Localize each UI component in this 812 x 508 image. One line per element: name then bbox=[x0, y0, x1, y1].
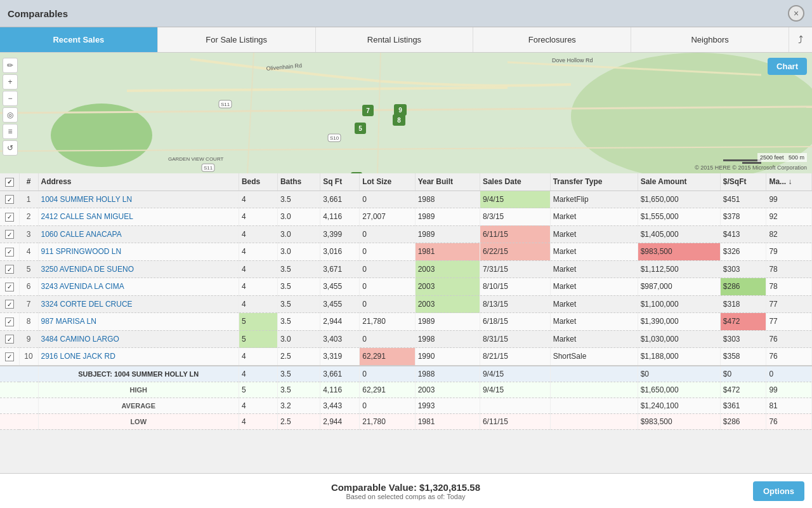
chart-button[interactable]: Chart bbox=[768, 58, 807, 75]
row-lotsize: 0 bbox=[360, 190, 415, 208]
row-checkbox[interactable] bbox=[0, 190, 19, 208]
map-marker-8[interactable]: 8 bbox=[393, 114, 405, 126]
svg-text:S10: S10 bbox=[330, 135, 339, 141]
map-container: S11 S11 S10 Olivenhain Rd Dove Hollow Rd… bbox=[0, 53, 812, 173]
summary-row-average: AVERAGE 4 3.2 3,443 0 1993 $1,240,100 $3… bbox=[0, 398, 812, 413]
row-cb-10[interactable] bbox=[5, 352, 14, 361]
row-checkbox[interactable] bbox=[0, 295, 19, 313]
row-checkbox[interactable] bbox=[0, 225, 19, 243]
row-salesdate: 6/18/15 bbox=[480, 313, 550, 331]
row-salesdate: 6/11/15 bbox=[480, 225, 550, 243]
svg-text:S11: S11 bbox=[221, 102, 230, 107]
tab-for-sale[interactable]: For Sale Listings bbox=[158, 27, 316, 52]
row-address[interactable]: 987 MARISA LN bbox=[38, 313, 239, 331]
row-checkbox[interactable] bbox=[0, 243, 19, 261]
row-yearbuilt: 1990 bbox=[415, 348, 480, 366]
row-beds: 4 bbox=[239, 243, 277, 261]
map-tool-globe[interactable]: ◎ bbox=[3, 107, 18, 123]
row-cb-1[interactable] bbox=[5, 195, 14, 204]
row-cb-2[interactable] bbox=[5, 213, 14, 222]
row-cb-7[interactable] bbox=[5, 300, 14, 309]
row-address[interactable]: 2916 LONE JACK RD bbox=[38, 348, 239, 366]
row-checkbox[interactable] bbox=[0, 278, 19, 296]
table-row: 7 3324 CORTE DEL CRUCE 4 3.5 3,455 0 200… bbox=[0, 295, 812, 313]
tab-neighbors[interactable]: Neighbors bbox=[631, 27, 789, 52]
row-salesdate: 8/13/15 bbox=[480, 295, 550, 313]
header-sqft: Sq Ft bbox=[320, 173, 360, 190]
close-button[interactable]: × bbox=[788, 5, 804, 22]
map-tool-reset[interactable]: ↺ bbox=[3, 140, 18, 156]
row-match: 79 bbox=[766, 243, 812, 261]
row-lotsize: 0 bbox=[360, 243, 415, 261]
title-bar: Comparables × bbox=[0, 0, 812, 27]
row-address[interactable]: 1004 SUMMER HOLLY LN bbox=[38, 190, 239, 208]
row-lotsize: 0 bbox=[360, 295, 415, 313]
row-lotsize: 0 bbox=[360, 225, 415, 243]
footer-based-on: Based on selected comps as of: Today bbox=[58, 493, 753, 500]
share-button[interactable]: ⤴ bbox=[789, 28, 812, 52]
header-lotsize: Lot Size bbox=[360, 173, 415, 190]
row-cb-9[interactable] bbox=[5, 335, 14, 344]
map-tool-layers[interactable]: ≡ bbox=[3, 124, 18, 139]
table-row: 5 3250 AVENIDA DE SUENO 4 3.5 3,671 0 20… bbox=[0, 260, 812, 278]
row-checkbox[interactable] bbox=[0, 313, 19, 331]
row-cb-3[interactable] bbox=[5, 230, 14, 239]
options-button[interactable]: Options bbox=[753, 481, 804, 501]
select-all-checkbox[interactable] bbox=[5, 178, 14, 187]
row-address[interactable]: 1060 CALLE ANACAPA bbox=[38, 225, 239, 243]
row-baths: 3.5 bbox=[277, 190, 320, 208]
row-cb-6[interactable] bbox=[5, 283, 14, 291]
row-saleamount: $983,500 bbox=[638, 243, 720, 261]
row-num: 9 bbox=[19, 330, 38, 348]
row-salesdate: 7/31/15 bbox=[480, 260, 550, 278]
table-row: 4 911 SPRINGWOOD LN 4 3.0 3,016 0 1981 6… bbox=[0, 243, 812, 261]
map-tool-zoom-out[interactable]: − bbox=[3, 91, 18, 106]
row-cb-4[interactable] bbox=[5, 248, 14, 257]
page-title: Comparables bbox=[8, 8, 68, 19]
row-num: 7 bbox=[19, 295, 38, 313]
row-num: 2 bbox=[19, 208, 38, 226]
row-checkbox[interactable] bbox=[0, 208, 19, 226]
row-address[interactable]: 911 SPRINGWOOD LN bbox=[38, 243, 239, 261]
comparable-value: Comparable Value: $1,320,815.58 bbox=[58, 482, 753, 493]
svg-rect-17 bbox=[723, 159, 761, 161]
summary-subject-label bbox=[0, 366, 38, 382]
map-tool-pencil[interactable]: ✏ bbox=[3, 58, 18, 73]
header-match[interactable]: Ma... ↓ bbox=[766, 173, 812, 190]
row-salesdate: 9/4/15 bbox=[480, 190, 550, 208]
header-checkbox[interactable] bbox=[0, 173, 19, 190]
row-address[interactable]: 3484 CAMINO LARGO bbox=[38, 330, 239, 348]
row-baths: 3.5 bbox=[277, 260, 320, 278]
row-checkbox[interactable] bbox=[0, 348, 19, 366]
map-marker-9[interactable]: 9 bbox=[394, 104, 407, 116]
row-transfertype: Market bbox=[550, 243, 638, 261]
row-lotsize: 27,007 bbox=[360, 208, 415, 226]
row-address[interactable]: 3324 CORTE DEL CRUCE bbox=[38, 295, 239, 313]
row-lotsize: 0 bbox=[360, 330, 415, 348]
row-transfertype: Market bbox=[550, 278, 638, 296]
map-tool-zoom-in[interactable]: + bbox=[3, 74, 18, 90]
row-transfertype: Market bbox=[550, 295, 638, 313]
row-num: 3 bbox=[19, 225, 38, 243]
footer: Comparable Value: $1,320,815.58 Based on… bbox=[0, 473, 812, 508]
map-marker-4[interactable]: 4 bbox=[351, 172, 362, 173]
row-persqft: $303 bbox=[720, 260, 766, 278]
row-checkbox[interactable] bbox=[0, 260, 19, 278]
row-lotsize: 0 bbox=[360, 260, 415, 278]
map-marker-7[interactable]: 7 bbox=[362, 105, 374, 116]
row-cb-8[interactable] bbox=[5, 318, 14, 326]
row-checkbox[interactable] bbox=[0, 330, 19, 348]
row-cb-5[interactable] bbox=[5, 265, 14, 274]
row-address[interactable]: 3243 AVENIDA LA CIMA bbox=[38, 278, 239, 296]
map-marker-5[interactable]: 5 bbox=[355, 123, 366, 134]
table-row: 3 1060 CALLE ANACAPA 4 3.0 3,399 0 1989 … bbox=[0, 225, 812, 243]
row-yearbuilt: 1981 bbox=[415, 243, 480, 261]
row-lotsize: 0 bbox=[360, 278, 415, 296]
row-address[interactable]: 2412 CALLE SAN MIGUEL bbox=[38, 208, 239, 226]
row-address[interactable]: 3250 AVENIDA DE SUENO bbox=[38, 260, 239, 278]
tab-recent-sales[interactable]: Recent Sales bbox=[0, 27, 158, 52]
row-match: 78 bbox=[766, 278, 812, 296]
tab-rental[interactable]: Rental Listings bbox=[316, 27, 474, 52]
svg-rect-18 bbox=[742, 162, 761, 164]
tab-foreclosures[interactable]: Foreclosures bbox=[473, 27, 631, 52]
